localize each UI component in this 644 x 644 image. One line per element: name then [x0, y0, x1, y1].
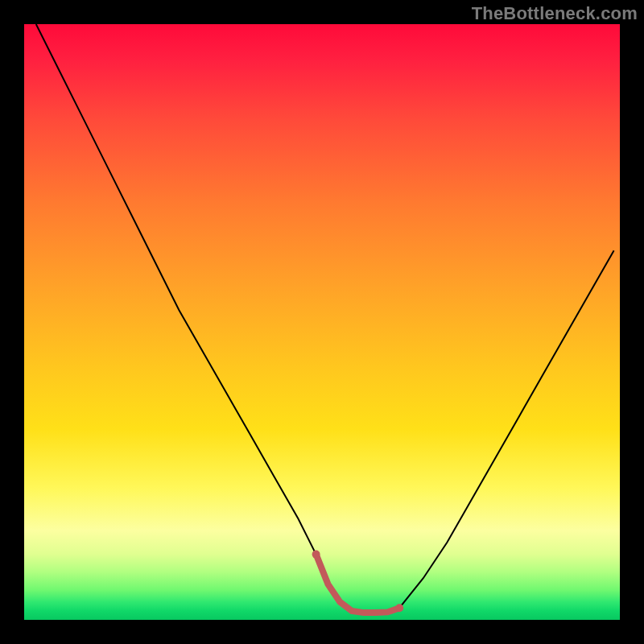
plot-area — [24, 24, 620, 620]
highlight-endpoint-right — [395, 604, 403, 612]
chart-frame: TheBottleneck.com — [0, 0, 644, 644]
watermark-text: TheBottleneck.com — [472, 3, 638, 24]
chart-svg — [24, 24, 620, 620]
bottleneck-curve — [36, 24, 614, 613]
highlight-endpoint-left — [312, 551, 320, 559]
highlight-segment — [316, 555, 400, 613]
